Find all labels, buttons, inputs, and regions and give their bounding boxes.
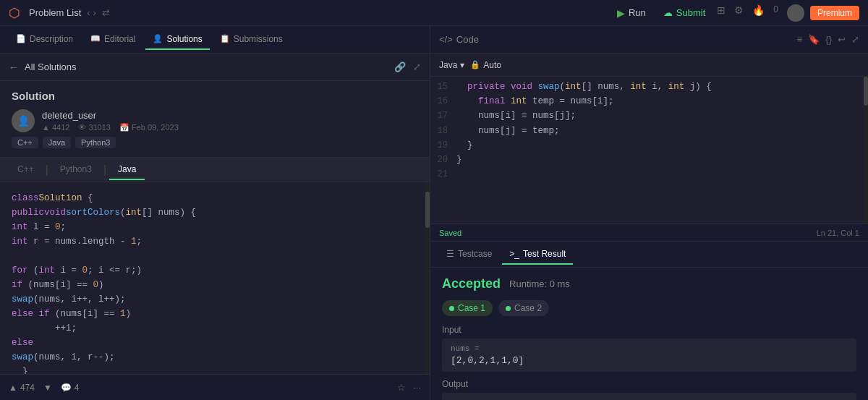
lock-icon: 🔒 (470, 60, 480, 69)
code-line-12: swap(nums, i, r--); (12, 350, 418, 365)
code-tab-cpp[interactable]: C++ (9, 160, 43, 180)
problem-list-link[interactable]: Problem List (29, 7, 81, 18)
star-icon[interactable]: ☆ (397, 382, 406, 393)
tab-editorial[interactable]: 📖 Editorial (83, 30, 142, 50)
prev-arrow-icon[interactable]: ‹ (87, 7, 90, 18)
lang-tags: C++ Java Python3 (12, 137, 418, 148)
all-solutions-label[interactable]: All Solutions (25, 61, 388, 72)
lang-tag-java[interactable]: Java (43, 137, 71, 148)
case-1-tab[interactable]: Case 1 (442, 300, 493, 316)
case-2-tab[interactable]: Case 2 (498, 300, 549, 316)
editor-line-19: 19 } (430, 138, 868, 153)
menu-icon[interactable]: ≡ (797, 34, 803, 45)
settings-icon[interactable]: ⚙ (734, 4, 744, 22)
code-tab-java[interactable]: Java (109, 160, 145, 180)
code-line-10: ++i; (12, 321, 418, 336)
next-arrow-icon[interactable]: › (93, 7, 96, 18)
editorial-icon: 📖 (90, 34, 101, 43)
line-number: 19 (430, 138, 456, 153)
editor-status-bar: Saved Ln 21, Col 1 (430, 224, 868, 241)
fullscreen-icon[interactable]: ⤢ (851, 34, 859, 45)
editor-toolbar: Java ▾ 🔒 Auto (430, 54, 868, 77)
upvote-icon: ▲ (42, 123, 50, 132)
dropdown-arrow-icon: ▾ (460, 60, 464, 70)
submissions-icon: 📋 (220, 34, 230, 43)
line-number: 21 (430, 167, 456, 182)
scrollbar-thumb[interactable] (425, 192, 430, 228)
separator: | (43, 163, 51, 176)
more-icon[interactable]: ··· (413, 382, 421, 393)
accepted-badge: Accepted (442, 276, 501, 292)
streak-icon[interactable]: 🔥 (752, 4, 765, 22)
code-tab-python3[interactable]: Python3 (51, 160, 101, 180)
upvote-count: ▲ 4412 (42, 123, 69, 132)
editor-line-21: 21 (430, 167, 868, 182)
comment-count: 4 (75, 383, 80, 393)
editor-scrollbar-thumb[interactable] (864, 77, 868, 106)
back-arrow-icon[interactable]: ← (9, 61, 19, 73)
code-line-4: int r = nums.length - 1; (12, 234, 418, 249)
case-tabs: Case 1 Case 2 (442, 300, 856, 316)
format-icon[interactable]: {} (825, 34, 832, 45)
submit-button[interactable]: ☁ Submit (658, 4, 711, 21)
code-line-6: for (int i = 0; i <= r;) (12, 263, 418, 278)
tab-submissions[interactable]: 📋 Submissions (213, 30, 290, 50)
test-result-tab[interactable]: >_ Test Result (502, 244, 573, 265)
editor-line-20: 20 } (430, 153, 868, 167)
input-var: nums = (451, 344, 848, 353)
tab-bar: 📄 Description 📖 Editorial 👤 Solutions 📋 … (0, 26, 430, 54)
nav-arrows: ‹ › (87, 7, 96, 18)
auto-selector[interactable]: 🔒 Auto (470, 60, 501, 70)
shuffle-icon[interactable]: ⇄ (102, 7, 110, 18)
bookmark-icon[interactable]: 🔖 (808, 34, 820, 45)
code-bracket-icon: </> (439, 34, 453, 45)
test-content: Accepted Runtime: 0 ms Case 1 Case 2 Inp… (430, 268, 868, 400)
lang-tag-cpp[interactable]: C++ (12, 137, 38, 148)
code-line-7: if (nums[i] == 0) (12, 278, 418, 292)
input-label: Input (442, 325, 856, 335)
play-icon: ▶ (617, 7, 625, 19)
upvote-arrow-icon[interactable]: ▲ (9, 383, 17, 393)
lang-tag-python3[interactable]: Python3 (75, 137, 116, 148)
eye-icon: 👁 (78, 123, 86, 132)
runtime-text: Runtime: 0 ms (509, 278, 570, 289)
grid-icon[interactable]: ⊞ (717, 4, 726, 22)
language-selector[interactable]: Java ▾ (439, 60, 464, 70)
link-icon[interactable]: 🔗 (394, 61, 406, 72)
username[interactable]: deleted_user (42, 110, 179, 121)
user-avatar[interactable] (787, 4, 804, 22)
testcase-tab[interactable]: ☰ Testcase (439, 244, 499, 265)
upvote-number: 474 (20, 383, 35, 393)
solution-title: Solution (12, 90, 418, 102)
user-info: deleted_user ▲ 4412 👁 31013 📅 Feb 09, (42, 110, 179, 132)
input-value: nums = [2,0,2,1,1,0] (442, 339, 856, 372)
testcase-icon: ☰ (446, 249, 454, 259)
expand-icon[interactable]: ⤢ (413, 61, 421, 72)
tab-description[interactable]: 📄 Description (9, 30, 80, 50)
logo-icon[interactable]: ⬡ (9, 5, 20, 21)
output-label: Output (442, 379, 856, 389)
scrollbar-track[interactable] (425, 182, 430, 374)
solution-code-area[interactable]: class Solution { public void sortColors(… (0, 182, 430, 374)
editor-toolbar-icons: ≡ 🔖 {} ↩ ⤢ (797, 34, 859, 45)
comment-stat[interactable]: 💬 4 (61, 383, 80, 393)
undo-icon[interactable]: ↩ (838, 34, 846, 45)
editor-header: </> Code ≡ 🔖 {} ↩ ⤢ (430, 26, 868, 54)
output-value: [0,0,1,1,2,2] (442, 393, 856, 400)
case-dot-1 (449, 306, 454, 311)
solutions-header: ← All Solutions 🔗 ⤢ (0, 54, 430, 81)
premium-button[interactable]: Premium (810, 6, 859, 20)
downvote-arrow-icon[interactable]: ▼ (43, 383, 52, 393)
input-array: [2,0,2,1,1,0] (451, 355, 524, 366)
description-icon: 📄 (16, 34, 26, 43)
run-button[interactable]: ▶ Run (611, 4, 652, 22)
line-number: 15 (430, 80, 456, 94)
test-tabs: ☰ Testcase >_ Test Result (430, 242, 868, 268)
editor-scrollbar-track[interactable] (864, 77, 868, 224)
calendar-icon: 📅 (119, 123, 129, 132)
code-line-2: public void sortColors(int[] nums) { (12, 205, 418, 220)
editor-code-area[interactable]: 15 private void swap(int[] nums, int i, … (430, 77, 868, 224)
editor-line-15: 15 private void swap(int[] nums, int i, … (430, 80, 868, 94)
output-section: Output [0,0,1,1,2,2] (442, 379, 856, 400)
tab-solutions[interactable]: 👤 Solutions (145, 30, 209, 50)
